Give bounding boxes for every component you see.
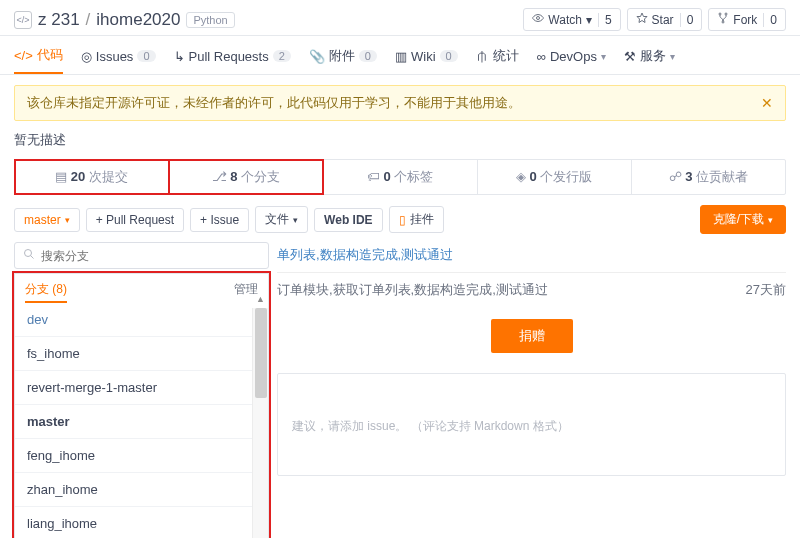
stat-releases[interactable]: ◈ 0 个发行版 (478, 160, 632, 194)
scroll-up-icon[interactable]: ▲ (253, 294, 268, 304)
license-alert-text: 该仓库未指定开源许可证，未经作者的许可，此代码仅用于学习，不能用于其他用途。 (27, 94, 521, 112)
chevron-down-icon: ▾ (586, 13, 592, 27)
tab-issues[interactable]: ◎ Issues 0 (81, 36, 156, 74)
tab-attach-count: 0 (359, 50, 377, 62)
repo-icon: </> (14, 11, 32, 29)
tab-attach-label: 附件 (329, 47, 355, 65)
tag-icon: 🏷 (367, 169, 380, 184)
branch-search-input[interactable] (41, 249, 260, 263)
clone-label: 克隆/下载 (713, 211, 764, 228)
commit-icon: ▤ (55, 169, 67, 184)
branch-icon: ⎇ (212, 169, 227, 184)
branch-item[interactable]: zhan_ihome (15, 472, 252, 506)
tab-devops[interactable]: ∞ DevOps ▾ (537, 36, 606, 74)
tab-pr-count: 2 (273, 50, 291, 62)
chevron-down-icon: ▾ (768, 215, 773, 225)
repo-description: 暂无描述 (14, 131, 786, 149)
tab-devops-label: DevOps (550, 49, 597, 64)
stat-branches-label: 个分支 (241, 169, 280, 184)
fork-count: 0 (763, 13, 777, 27)
tab-pr[interactable]: ↳ Pull Requests 2 (174, 36, 291, 74)
star-icon (636, 12, 648, 27)
search-icon (23, 248, 35, 263)
chevron-down-icon: ▾ (293, 215, 298, 225)
widget-button[interactable]: ▯ 挂件 (389, 206, 444, 233)
stat-branches[interactable]: ⎇ 8 个分支 (169, 160, 323, 194)
svg-point-4 (722, 21, 724, 23)
issues-icon: ◎ (81, 49, 92, 64)
watch-label: Watch (548, 13, 582, 27)
watch-button[interactable]: Watch ▾ 5 (523, 8, 620, 31)
branch-item[interactable]: fs_ihome (15, 336, 252, 370)
latest-commit-msg: 订单模块,获取订单列表,数据构造完成,测试通过 (277, 281, 548, 299)
branch-item[interactable]: revert-merge-1-master (15, 370, 252, 404)
fork-icon (717, 12, 729, 27)
star-button[interactable]: Star 0 (627, 8, 703, 31)
stat-contributors-label: 位贡献者 (696, 169, 748, 184)
svg-point-3 (725, 13, 727, 15)
watch-count: 5 (598, 13, 612, 27)
users-icon: ☍ (669, 169, 682, 184)
chevron-down-icon: ▾ (601, 51, 606, 62)
tab-service-label: 服务 (640, 47, 666, 65)
branch-search[interactable] (14, 242, 269, 269)
branch-item[interactable]: master (15, 404, 252, 438)
tab-stats[interactable]: ⫛ 统计 (476, 36, 519, 74)
tab-issues-label: Issues (96, 49, 134, 64)
toolbar: master ▾ + Pull Request + Issue 文件 ▾ Web… (14, 205, 786, 234)
stat-branches-num: 8 (230, 169, 237, 184)
svg-point-5 (25, 250, 32, 257)
chevron-down-icon: ▾ (670, 51, 675, 62)
files-label: 文件 (265, 211, 289, 228)
svg-point-0 (537, 17, 540, 20)
star-label: Star (652, 13, 674, 27)
branch-panel: 分支 (8) 管理 devfs_ihomerevert-merge-1-mast… (14, 273, 269, 538)
stats-row: ▤ 20 次提交 ⎇ 8 个分支 🏷 0 个标签 ◈ 0 个发行版 ☍ 3 位贡… (14, 159, 786, 195)
license-alert: 该仓库未指定开源许可证，未经作者的许可，此代码仅用于学习，不能用于其他用途。 ✕ (14, 85, 786, 121)
service-icon: ⚒ (624, 49, 636, 64)
chevron-down-icon: ▾ (65, 215, 70, 225)
stat-releases-label: 个发行版 (540, 169, 592, 184)
stat-tags[interactable]: 🏷 0 个标签 (323, 160, 477, 194)
tab-attach[interactable]: 📎 附件 0 (309, 36, 377, 74)
close-icon[interactable]: ✕ (761, 95, 773, 111)
donate-button[interactable]: 捐赠 (491, 319, 573, 353)
latest-commit-time: 27天前 (746, 281, 786, 299)
attachment-icon: 📎 (309, 49, 325, 64)
branch-selector-button[interactable]: master ▾ (14, 208, 80, 232)
stat-contributors-num: 3 (685, 169, 692, 184)
webide-button[interactable]: Web IDE (314, 208, 382, 232)
repo-tabs: </> 代码 ◎ Issues 0 ↳ Pull Requests 2 📎 附件… (0, 36, 800, 75)
files-button[interactable]: 文件 ▾ (255, 206, 308, 233)
tab-wiki[interactable]: ▥ Wiki 0 (395, 36, 458, 74)
stat-tags-label: 个标签 (394, 169, 433, 184)
clone-download-button[interactable]: 克隆/下载 ▾ (700, 205, 786, 234)
tab-wiki-count: 0 (440, 50, 458, 62)
stat-contributors[interactable]: ☍ 3 位贡献者 (632, 160, 785, 194)
latest-commit-title[interactable]: 单列表,数据构造完成,测试通过 (277, 242, 786, 273)
chart-icon: ⫛ (476, 49, 489, 64)
branch-item[interactable]: liang_ihome (15, 506, 252, 538)
issue-panel-tab[interactable] (278, 374, 309, 400)
branch-scrollbar[interactable]: ▲ ▼ (252, 308, 268, 538)
tab-code-label: 代码 (37, 46, 63, 64)
tab-wiki-label: Wiki (411, 49, 436, 64)
tab-service[interactable]: ⚒ 服务 ▾ (624, 36, 675, 74)
stat-commits-num: 20 (71, 169, 85, 184)
fork-label: Fork (733, 13, 757, 27)
branch-item[interactable]: feng_ihome (15, 438, 252, 472)
repo-actions: Watch ▾ 5 Star 0 Fork 0 (523, 8, 786, 31)
scroll-thumb[interactable] (255, 308, 267, 398)
owner-link[interactable]: z 231 (38, 10, 80, 30)
branch-item[interactable]: dev (15, 308, 252, 336)
tab-code[interactable]: </> 代码 (14, 36, 63, 74)
repo-name-link[interactable]: ihome2020 (96, 10, 180, 30)
stat-commits[interactable]: ▤ 20 次提交 (15, 160, 169, 194)
star-count: 0 (680, 13, 694, 27)
fork-button[interactable]: Fork 0 (708, 8, 786, 31)
new-issue-button[interactable]: + Issue (190, 208, 249, 232)
infinity-icon: ∞ (537, 49, 546, 64)
new-pr-button[interactable]: + Pull Request (86, 208, 184, 232)
branch-tab-label[interactable]: 分支 (8) (25, 281, 67, 303)
language-badge: Python (186, 12, 234, 28)
